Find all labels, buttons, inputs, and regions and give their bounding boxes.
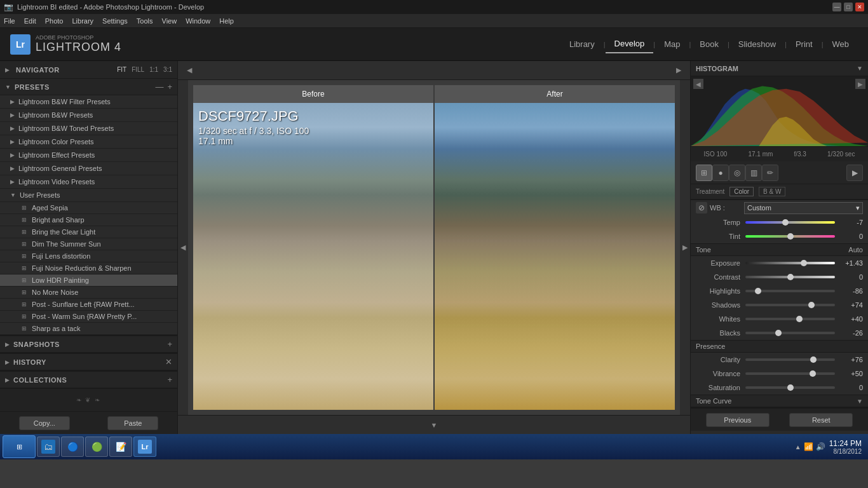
collections-header[interactable]: ▶ Collections +: [0, 371, 177, 388]
menu-view[interactable]: View: [162, 17, 177, 25]
preset-low-hdr[interactable]: Low HDR Painting: [0, 274, 177, 287]
blacks-slider-thumb[interactable]: [775, 330, 782, 336]
tint-slider-thumb[interactable]: [787, 233, 794, 240]
bw-treatment-btn[interactable]: B & W: [759, 187, 785, 196]
tint-slider-track[interactable]: [745, 235, 835, 238]
preset-post-sunflare[interactable]: Post - Sunflare Left {RAW Prett...: [0, 299, 177, 311]
nav-book[interactable]: Book: [691, 36, 728, 53]
more-tools-btn[interactable]: ▶: [846, 165, 863, 181]
collections-add-btn[interactable]: +: [167, 375, 172, 384]
menu-edit[interactable]: Edit: [24, 17, 36, 25]
minimize-button[interactable]: —: [832, 3, 841, 11]
nav-library[interactable]: Library: [560, 36, 604, 53]
start-button[interactable]: ⊞: [3, 435, 36, 458]
menu-window[interactable]: Window: [186, 17, 210, 25]
preset-fuji-noise[interactable]: Fuji Noise Reduction & Sharpen: [0, 262, 177, 274]
vibrance-slider-thumb[interactable]: [810, 370, 816, 377]
taskbar-app4-btn[interactable]: 📝: [109, 437, 132, 457]
reset-button[interactable]: Reset: [789, 413, 853, 427]
menu-help[interactable]: Help: [219, 17, 234, 25]
presets-remove-btn[interactable]: —: [155, 82, 163, 92]
paste-button[interactable]: Paste: [107, 416, 158, 430]
temp-slider-thumb[interactable]: [782, 219, 789, 226]
preset-no-noise[interactable]: No More Noise: [0, 287, 177, 299]
nav-fill[interactable]: FILL: [132, 66, 144, 73]
nav-3-1[interactable]: 3:1: [163, 66, 172, 73]
nav-web[interactable]: Web: [824, 36, 858, 53]
nav-fit[interactable]: FIT: [117, 66, 126, 73]
close-button[interactable]: ✕: [855, 3, 864, 11]
nav-slideshow[interactable]: Slideshow: [729, 36, 785, 53]
crop-tool[interactable]: ⊞: [696, 165, 712, 181]
preset-bring-clear-light[interactable]: Bring the Clear Light: [0, 226, 177, 238]
taskbar-app3-btn[interactable]: 🟢: [85, 437, 108, 457]
snapshots-add-btn[interactable]: +: [167, 339, 172, 349]
presets-add-btn[interactable]: +: [167, 82, 172, 92]
copy-button[interactable]: Copy...: [19, 416, 70, 430]
adjustment-brush-tool[interactable]: ✏: [762, 165, 778, 181]
preset-post-warm-sun[interactable]: Post - Warm Sun {RAW Pretty P...: [0, 311, 177, 323]
exposure-slider-track[interactable]: [745, 262, 835, 264]
presets-header[interactable]: ▼ Presets — +: [0, 79, 177, 95]
shadows-slider-track[interactable]: [745, 304, 835, 306]
maximize-button[interactable]: □: [844, 3, 853, 11]
filmstrip-toggle[interactable]: ▼: [431, 421, 438, 429]
contrast-slider-track[interactable]: [745, 276, 835, 278]
saturation-slider-track[interactable]: [745, 386, 835, 389]
graduated-filter-tool[interactable]: ▥: [745, 165, 762, 181]
menu-settings[interactable]: Settings: [102, 17, 128, 25]
whites-slider-track[interactable]: [745, 318, 835, 320]
side-arrow-left[interactable]: ◀: [178, 80, 188, 415]
nav-map[interactable]: Map: [655, 36, 689, 53]
preset-group-color-header[interactable]: ▶ Lightroom Color Presets: [0, 135, 177, 149]
toolbar-right-arrow[interactable]: ▶: [674, 64, 684, 77]
preset-aged-sepia[interactable]: Aged Sepia: [0, 202, 177, 214]
tone-auto-btn[interactable]: Auto: [848, 246, 863, 254]
preset-sharp-tack[interactable]: Sharp as a tack: [0, 323, 177, 335]
clarity-slider-thumb[interactable]: [810, 356, 817, 363]
nav-develop[interactable]: Develop: [606, 35, 654, 53]
exposure-slider-thumb[interactable]: [801, 260, 807, 266]
whites-slider-thumb[interactable]: [796, 316, 803, 322]
saturation-slider-thumb[interactable]: [787, 384, 794, 391]
side-arrow-right[interactable]: ▶: [680, 80, 690, 415]
color-treatment-btn[interactable]: Color: [729, 187, 754, 196]
clarity-slider-track[interactable]: [745, 358, 835, 361]
menu-tools[interactable]: Tools: [137, 17, 153, 25]
preset-group-bw-toned-header[interactable]: ▶ Lightroom B&W Toned Presets: [0, 122, 177, 135]
wb-selector[interactable]: Custom ▾: [744, 202, 863, 214]
nav-1-1[interactable]: 1:1: [149, 66, 158, 73]
contrast-slider-thumb[interactable]: [787, 274, 794, 280]
preset-dim-summer[interactable]: Dim The Summer Sun: [0, 238, 177, 250]
preset-group-bw-filter-header[interactable]: ▶ Lightroom B&W Filter Presets: [0, 95, 177, 109]
preset-bright-sharp[interactable]: Bright and Sharp: [0, 214, 177, 226]
vibrance-slider-track[interactable]: [745, 372, 835, 375]
preset-fuji-lens[interactable]: Fuji Lens distortion: [0, 250, 177, 262]
preset-group-video-header[interactable]: ▶ Lightroom Video Presets: [0, 175, 177, 189]
highlights-slider-track[interactable]: [745, 290, 835, 292]
menu-photo[interactable]: Photo: [45, 17, 64, 25]
temp-slider-track[interactable]: [745, 221, 835, 224]
histogram-expand-icon[interactable]: ▼: [857, 65, 863, 72]
tray-up-icon[interactable]: ▲: [795, 444, 801, 451]
preset-group-effect-header[interactable]: ▶ Lightroom Effect Presets: [0, 149, 177, 162]
histogram-right-arrow[interactable]: ▶: [855, 79, 865, 89]
histogram-left-arrow[interactable]: ◀: [693, 79, 703, 89]
taskbar-lightroom-btn[interactable]: Lr: [133, 437, 156, 457]
toolbar-left-arrow[interactable]: ◀: [184, 64, 194, 77]
previous-button[interactable]: Previous: [706, 413, 770, 427]
preset-group-user-header[interactable]: ▼ User Presets: [0, 189, 177, 202]
highlights-slider-thumb[interactable]: [755, 288, 761, 294]
history-close-btn[interactable]: ✕: [165, 357, 172, 367]
blacks-slider-track[interactable]: [745, 332, 835, 334]
redeye-tool[interactable]: ◎: [729, 165, 745, 181]
wb-eyedropper[interactable]: ⊘: [696, 202, 707, 214]
preset-group-general-header[interactable]: ▶ Lightroom General Presets: [0, 162, 177, 175]
snapshots-header[interactable]: ▶ Snapshots +: [0, 336, 177, 353]
menu-library[interactable]: Library: [72, 17, 93, 25]
history-header[interactable]: ▶ History ✕: [0, 353, 177, 370]
taskbar-explorer-btn[interactable]: 🗂: [37, 437, 60, 457]
menu-file[interactable]: File: [4, 17, 15, 25]
nav-print[interactable]: Print: [787, 36, 822, 53]
preset-group-bw-header[interactable]: ▶ Lightroom B&W Presets: [0, 109, 177, 122]
